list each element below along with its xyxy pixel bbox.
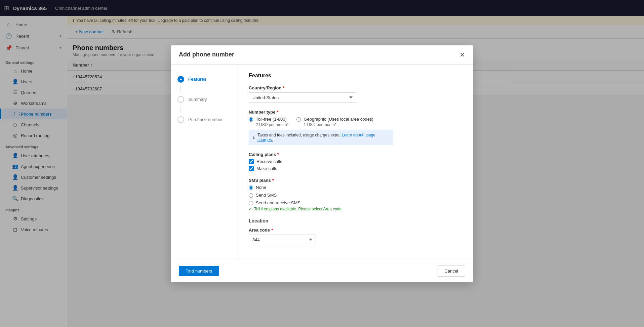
sms-plans-label: SMS plans * — [249, 178, 462, 183]
radio-geographic-input[interactable] — [296, 117, 301, 122]
receive-calls-label: Receive calls — [256, 159, 282, 164]
number-type-label: Number type * — [249, 110, 462, 115]
radio-toll-free-input[interactable] — [249, 117, 253, 122]
info-banner-text: Taxes and fees included, usage charges e… — [257, 133, 389, 142]
modal-overlay: Add phone number ✕ ● Features Summary Pu… — [0, 0, 644, 327]
step-purchase-circle — [177, 116, 184, 123]
find-numbers-button[interactable]: Find numbers — [179, 266, 219, 276]
check-icon: ✓ — [249, 207, 252, 211]
receive-calls-checkbox[interactable] — [249, 159, 254, 164]
step-summary[interactable]: Summary — [171, 93, 238, 106]
learn-usage-charges-link[interactable]: Learn about usage charges. — [257, 133, 375, 142]
calling-plans-group: Calling plans * Receive calls Make calls — [249, 152, 462, 171]
geographic-label: Geographic (Uses local area codes) — [304, 117, 373, 122]
location-group: Location Area code * 844 — [249, 218, 462, 245]
steps-panel: ● Features Summary Purchase number — [171, 65, 238, 260]
checkbox-receive-calls[interactable]: Receive calls — [249, 159, 462, 164]
sms-none-label: None — [256, 185, 266, 190]
toll-free-sub: 2 USD per month* — [256, 122, 288, 127]
step-connector-2 — [180, 106, 181, 113]
modal-title: Add phone number — [179, 51, 234, 58]
number-type-group: Number type * Toll-free (1-800) 2 USD pe… — [249, 110, 462, 145]
step-features[interactable]: ● Features — [171, 73, 238, 86]
geographic-text: Geographic (Uses local area codes) 1 USD… — [304, 117, 373, 127]
radio-geographic[interactable]: Geographic (Uses local area codes) 1 USD… — [296, 117, 373, 127]
radio-sms-none[interactable]: None — [249, 185, 462, 190]
step-connector-1 — [180, 86, 181, 93]
cancel-button[interactable]: Cancel — [438, 265, 465, 277]
radio-send-receive-sms-input[interactable] — [249, 201, 253, 205]
checkbox-make-calls[interactable]: Make calls — [249, 166, 462, 171]
step-summary-circle — [177, 96, 184, 103]
required-star-country: * — [283, 85, 285, 90]
required-star-sms: * — [272, 178, 274, 183]
radio-send-sms[interactable]: Send SMS — [249, 193, 462, 198]
area-code-select[interactable]: 844 — [249, 235, 316, 245]
modal-header: Add phone number ✕ — [171, 45, 473, 65]
required-star-calling: * — [277, 152, 279, 157]
sms-options: None Send SMS Send and receive SMS — [249, 185, 462, 205]
usage-charges-banner: ℹ Taxes and fees included, usage charges… — [249, 130, 393, 145]
make-calls-label: Make calls — [256, 166, 277, 171]
country-region-group: Country/Region * United States — [249, 85, 462, 103]
step-features-circle: ● — [177, 76, 184, 83]
radio-sms-none-input[interactable] — [249, 186, 253, 190]
number-type-options: Toll-free (1-800) 2 USD per month* Geogr… — [249, 117, 462, 127]
form-panel: Features Country/Region * United States … — [238, 65, 473, 260]
radio-toll-free[interactable]: Toll-free (1-800) 2 USD per month* — [249, 117, 288, 127]
radio-send-receive-sms[interactable]: Send and receive SMS — [249, 200, 462, 205]
send-receive-sms-label: Send and receive SMS — [256, 200, 300, 205]
make-calls-checkbox[interactable] — [249, 166, 254, 171]
country-region-select[interactable]: United States — [249, 92, 356, 103]
toll-free-label: Toll-free (1-800) — [256, 117, 288, 122]
add-phone-number-modal: Add phone number ✕ ● Features Summary Pu… — [171, 45, 473, 282]
send-sms-label: Send SMS — [256, 193, 277, 198]
sms-success-message: ✓ Toll free plans available. Please sele… — [249, 207, 462, 211]
sms-plans-group: SMS plans * None Send SMS — [249, 178, 462, 211]
calling-plans-label: Calling plans * — [249, 152, 462, 157]
modal-footer: Find numbers Cancel — [171, 260, 473, 282]
required-star-number-type: * — [277, 110, 278, 115]
step-features-label: Features — [188, 77, 206, 82]
info-banner-icon: ℹ — [253, 135, 255, 140]
form-section-title: Features — [249, 73, 462, 79]
step-purchase[interactable]: Purchase number — [171, 113, 238, 126]
geographic-sub: 1 USD per month* — [304, 122, 373, 127]
required-star-area-code: * — [271, 228, 273, 233]
country-region-label: Country/Region * — [249, 85, 462, 90]
step-summary-label: Summary — [188, 97, 207, 102]
step-purchase-label: Purchase number — [188, 117, 223, 122]
radio-send-sms-input[interactable] — [249, 193, 253, 198]
modal-body: ● Features Summary Purchase number Featu… — [171, 65, 473, 260]
area-code-label: Area code * — [249, 228, 462, 233]
modal-close-button[interactable]: ✕ — [459, 51, 465, 59]
location-label: Location — [249, 218, 462, 223]
toll-free-text: Toll-free (1-800) 2 USD per month* — [256, 117, 288, 127]
